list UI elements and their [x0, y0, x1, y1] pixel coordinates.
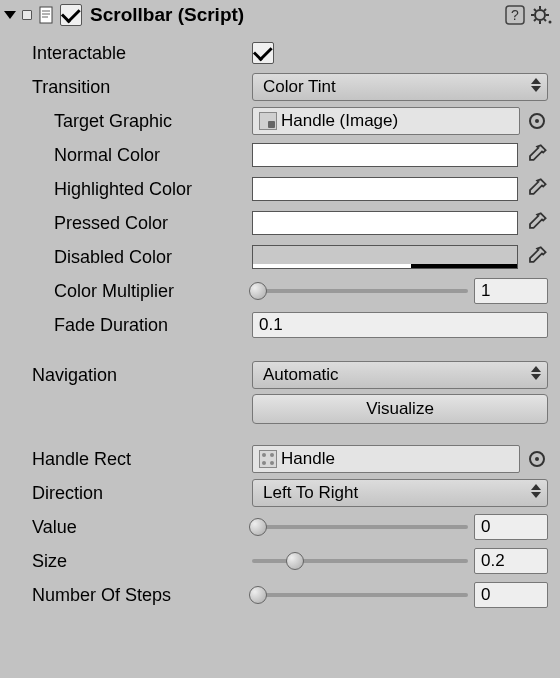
number-of-steps-label: Number Of Steps	[10, 585, 252, 606]
color-multiplier-slider[interactable]	[252, 289, 468, 293]
eyedropper-icon[interactable]	[524, 211, 548, 235]
color-multiplier-field[interactable]: 1	[474, 278, 548, 304]
pressed-color-field[interactable]	[252, 211, 518, 235]
fade-duration-label: Fade Duration	[10, 315, 252, 336]
svg-point-3	[535, 10, 545, 20]
foldout-arrow-icon[interactable]	[4, 11, 16, 19]
disabled-color-label: Disabled Color	[10, 247, 252, 268]
interactable-label: Interactable	[10, 43, 252, 64]
highlighted-color-label: Highlighted Color	[10, 179, 252, 200]
normal-color-label: Normal Color	[10, 145, 252, 166]
navigation-label: Navigation	[10, 365, 252, 386]
size-label: Size	[10, 551, 252, 572]
svg-point-12	[549, 21, 552, 24]
color-multiplier-label: Color Multiplier	[10, 281, 252, 302]
component-enabled-checkbox[interactable]	[60, 4, 82, 26]
transition-value: Color Tint	[263, 77, 336, 97]
size-field[interactable]: 0.2	[474, 548, 548, 574]
svg-line-9	[544, 19, 546, 21]
object-picker-icon[interactable]	[526, 110, 548, 132]
normal-color-field[interactable]	[252, 143, 518, 167]
direction-value: Left To Right	[263, 483, 358, 503]
transition-label: Transition	[10, 77, 252, 98]
highlighted-color-field[interactable]	[252, 177, 518, 201]
value-label: Value	[10, 517, 252, 538]
component-header: Scrollbar (Script) ?	[4, 0, 556, 30]
image-icon	[259, 112, 277, 130]
svg-text:?: ?	[511, 7, 519, 23]
number-of-steps-field[interactable]: 0	[474, 582, 548, 608]
navigation-value: Automatic	[263, 365, 339, 385]
interactable-checkbox[interactable]	[252, 42, 274, 64]
target-graphic-value: Handle (Image)	[281, 111, 398, 131]
target-graphic-label: Target Graphic	[10, 111, 252, 132]
number-of-steps-slider[interactable]	[252, 593, 468, 597]
handle-rect-label: Handle Rect	[10, 449, 252, 470]
pressed-color-label: Pressed Color	[10, 213, 252, 234]
object-picker-icon[interactable]	[526, 448, 548, 470]
disabled-alpha-fill	[253, 264, 411, 268]
disabled-color-field[interactable]	[252, 245, 518, 269]
size-slider[interactable]	[252, 559, 468, 563]
visualize-button[interactable]: Visualize	[252, 394, 548, 424]
navigation-dropdown[interactable]: Automatic	[252, 361, 548, 389]
svg-rect-0	[40, 7, 52, 23]
script-icon	[38, 6, 56, 24]
eyedropper-icon[interactable]	[524, 245, 548, 269]
recttransform-icon	[259, 450, 277, 468]
transition-dropdown[interactable]: Color Tint	[252, 73, 548, 101]
svg-line-11	[544, 9, 546, 11]
direction-label: Direction	[10, 483, 252, 504]
value-slider[interactable]	[252, 525, 468, 529]
gear-icon[interactable]	[530, 4, 552, 26]
help-icon[interactable]: ?	[504, 4, 526, 26]
svg-line-10	[534, 19, 536, 21]
handle-rect-value: Handle	[281, 449, 335, 469]
target-graphic-field[interactable]: Handle (Image)	[252, 107, 520, 135]
fade-duration-field[interactable]: 0.1	[252, 312, 548, 338]
handle-rect-field[interactable]: Handle	[252, 445, 520, 473]
eyedropper-icon[interactable]	[524, 143, 548, 167]
prefab-override-icon	[22, 10, 32, 20]
direction-dropdown[interactable]: Left To Right	[252, 479, 548, 507]
eyedropper-icon[interactable]	[524, 177, 548, 201]
value-field[interactable]: 0	[474, 514, 548, 540]
component-title: Scrollbar (Script)	[86, 4, 500, 26]
svg-line-8	[534, 9, 536, 11]
